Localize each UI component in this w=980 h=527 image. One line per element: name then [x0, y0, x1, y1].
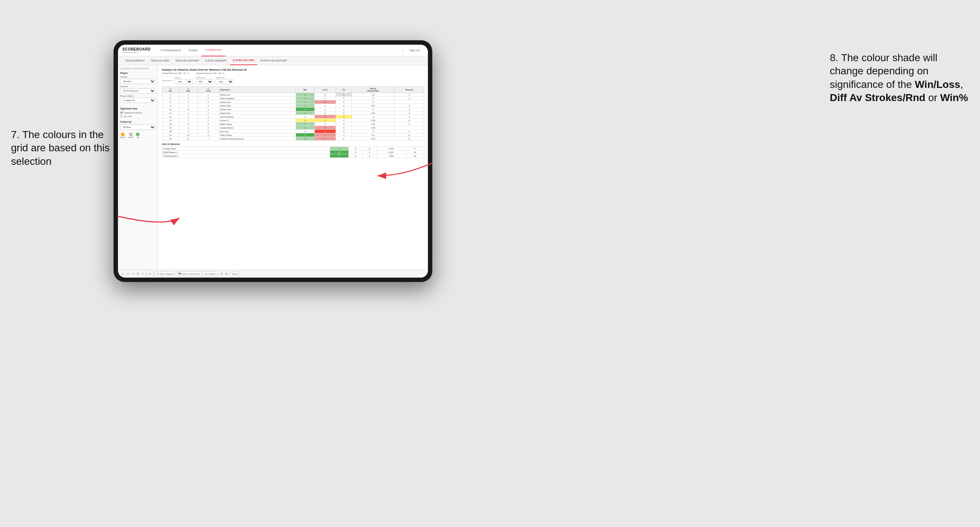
opponent-filter-label: Opponent [215, 76, 234, 79]
table-cell: 10 [162, 108, 179, 111]
table-cell: 6 [198, 133, 219, 137]
redo-icon[interactable]: ↪ [131, 273, 135, 275]
conference-filter-select[interactable]: (All) [195, 79, 213, 84]
clock-icon[interactable]: ⊙ [148, 273, 152, 275]
ood-table-cell: 0 [348, 151, 362, 154]
table-cell: 0 [314, 97, 336, 100]
table-row: 522Alexis Sudjianto10043 [162, 97, 424, 100]
annotation-left: 7. The colours in the grid are based on … [11, 128, 117, 168]
sign-out-link[interactable]: Sign out [406, 45, 423, 56]
table-cell: -0.94 [352, 126, 394, 130]
grid-title: Katelyn Vo Head-to-Head Grid for Women's… [162, 68, 424, 71]
col-loss: Loss [314, 87, 336, 93]
grid-area: Katelyn Vo Head-to-Head Grid for Women's… [158, 65, 428, 270]
top-100-radio[interactable]: Top 100 [120, 115, 156, 117]
table-cell: 4 [352, 97, 394, 100]
ood-table-cell: 1 [330, 147, 348, 151]
table-row: 1474Eunice Yi2200.389 [162, 119, 424, 122]
undo2-icon[interactable]: ↩ [126, 273, 130, 275]
opponents-played-radio[interactable]: Opponents Played [120, 111, 156, 114]
nav-pipe: | [402, 49, 403, 52]
division-record: Division Record: 331 - 34 - 6 [196, 72, 224, 75]
watch-btn[interactable]: 👀 Watch ▾ [203, 271, 218, 276]
tab-team-summary[interactable]: TEAM SUMMARY [123, 56, 148, 65]
legend-level-dot [129, 133, 133, 136]
opponent-filter-group: Opponent (All) [215, 76, 234, 84]
table-cell: 0 [336, 97, 352, 100]
player-rank-select[interactable]: 8. Katelyn Vo [120, 98, 156, 103]
table-cell: 11 [162, 111, 179, 115]
region-filter-label: Region [174, 76, 193, 79]
table-cell: 1 [296, 100, 314, 104]
table-cell: 0 [336, 122, 352, 126]
table-cell: Alexis Sudjianto [219, 97, 296, 100]
filter-row: Opponents: Region (All) Conference (All) [162, 76, 424, 84]
ood-table-cell: 7.400 [377, 154, 406, 158]
table-cell: 1 [179, 93, 197, 97]
col-tie: Tie [336, 87, 352, 93]
share-icon-btn[interactable]: ⬆ [220, 273, 223, 275]
tab-player-h2h-grid[interactable]: PLAYER H2H GRID [230, 56, 258, 65]
table-cell: 1.33 [352, 137, 394, 141]
top-nav: SCOREBOARD Powered by clippd TOURNAMENTS… [118, 45, 428, 56]
gender-select[interactable]: Women's [120, 79, 156, 84]
table-cell: 2 [394, 130, 424, 133]
share-btn[interactable]: Share [230, 272, 240, 276]
table-cell: 4 [296, 133, 314, 137]
nav-tournaments[interactable]: TOURNAMENTS [156, 45, 185, 56]
table-cell: 7 [179, 119, 197, 122]
table-cell: 3 [394, 97, 424, 100]
table-cell: 2 [179, 97, 197, 100]
table-row: 914Sharon Mun1003.673 [162, 104, 424, 108]
table-cell: 2 [179, 130, 197, 133]
view-original-btn[interactable]: 👁 View: Original [155, 272, 175, 276]
nav-items: TOURNAMENTS TEAMS COMMITTEE [156, 45, 402, 56]
nav-committee[interactable]: COMMITTEE [202, 45, 225, 56]
division-select[interactable]: NCAA Division III [120, 88, 156, 94]
player-section-title: Player [120, 72, 156, 75]
table-cell: 0.38 [352, 119, 394, 122]
opponent-filter-select[interactable]: (All) [215, 79, 234, 84]
bottom-toolbar: ↩ ↩ ↪ ⧉ ✂ ⊙ 👁 View: Original 💾 Save Cust… [118, 270, 428, 278]
grid-icon[interactable]: ⊞ [225, 273, 229, 275]
tab-team-h2h-grid[interactable]: TEAM H2H GRID [148, 56, 172, 65]
ood-table-cell: 30 [406, 151, 424, 154]
table-cell: 1 [296, 93, 314, 97]
gender-label: Gender [120, 76, 156, 78]
table-cell: 1 [296, 104, 314, 108]
col-diff-av: Diff AvStrokes/Rnd [352, 87, 394, 93]
table-cell: 2 [394, 115, 424, 119]
table-row: 19106Emily Chang4100.311 [162, 133, 424, 137]
table-cell: 0 [314, 111, 336, 115]
table-row: 1311Jessica Huang012-32 [162, 115, 424, 119]
tab-player-summary[interactable]: PLAYER SUMMARY [202, 56, 230, 65]
table-cell: 2 [179, 126, 197, 130]
save-custom-view-btn[interactable]: 💾 Save Custom View [177, 271, 202, 276]
logo-sub: Powered by clippd [123, 51, 151, 54]
cut-icon[interactable]: ✂ [141, 273, 145, 275]
table-cell: 1 [314, 130, 336, 133]
annotation-right: 8. The colour shade will change dependin… [830, 51, 969, 105]
col-div: #Div [162, 87, 179, 93]
legend-up-dot [136, 133, 140, 136]
undo-icon[interactable]: ↩ [121, 273, 124, 275]
copy-icon[interactable]: ⧉ [136, 273, 140, 275]
tab-team-h2h-heatmap[interactable]: TEAM H2H HEATMAP [172, 56, 202, 65]
region-filter-select[interactable]: (All) [174, 79, 193, 84]
colour-by-select[interactable]: Win/loss [120, 124, 156, 130]
conference-filter-label: Conference [195, 76, 213, 79]
ood-table-cell: 0 [348, 147, 362, 151]
nav-teams[interactable]: TEAMS [185, 45, 202, 56]
ood-table-cell: 9.267 [377, 151, 406, 154]
table-cell: Emily Chang [219, 133, 296, 137]
table-cell: 3.33 [352, 111, 394, 115]
top-100-dot [120, 115, 123, 117]
overall-record: Overall Record: 353 - 34 - 6 [162, 72, 189, 75]
table-row: 1585Stella Cheng1001.254 [162, 122, 424, 126]
table-cell: Sharon Mun [219, 104, 296, 108]
tab-player-h2h-heatmap[interactable]: PLAYER H2H HEATMAP [257, 56, 290, 65]
table-cell: Euna Lee [219, 130, 296, 133]
ood-table-cell: 0 [363, 154, 377, 158]
table-cell: 1 [314, 100, 336, 104]
table-cell: -1 [352, 100, 394, 104]
